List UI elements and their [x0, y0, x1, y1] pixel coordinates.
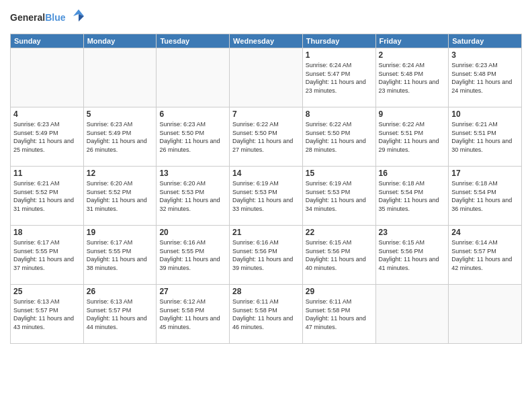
day-info: Sunrise: 6:20 AM Sunset: 5:52 PM Dayligh…	[87, 179, 154, 213]
daylight-label: Daylight: 11 hours and 47 minutes.	[306, 315, 366, 330]
calendar-cell: 22 Sunrise: 6:15 AM Sunset: 5:56 PM Dayl…	[302, 226, 375, 285]
sunrise-label: Sunrise: 6:24 AM	[379, 62, 425, 68]
daylight-label: Daylight: 11 hours and 31 minutes.	[87, 197, 147, 212]
weekday-header-sunday: Sunday	[11, 34, 84, 48]
daylight-label: Daylight: 11 hours and 23 minutes.	[306, 79, 366, 94]
calendar-cell: 15 Sunrise: 6:19 AM Sunset: 5:53 PM Dayl…	[302, 167, 375, 226]
daylight-label: Daylight: 11 hours and 33 minutes.	[232, 197, 293, 212]
sunrise-label: Sunrise: 6:23 AM	[159, 121, 206, 128]
calendar-cell: 21 Sunrise: 6:16 AM Sunset: 5:56 PM Dayl…	[230, 226, 303, 285]
sunrise-label: Sunrise: 6:21 AM	[451, 121, 498, 128]
sunset-label: Sunset: 5:50 PM	[232, 130, 277, 136]
calendar-cell	[157, 48, 230, 107]
sunrise-label: Sunrise: 6:23 AM	[451, 62, 498, 68]
calendar-week-2: 4 Sunrise: 6:23 AM Sunset: 5:49 PM Dayli…	[11, 107, 522, 167]
day-info: Sunrise: 6:23 AM Sunset: 5:49 PM Dayligh…	[13, 120, 81, 154]
calendar-cell: 3 Sunrise: 6:23 AM Sunset: 5:48 PM Dayli…	[449, 48, 522, 107]
day-info: Sunrise: 6:15 AM Sunset: 5:56 PM Dayligh…	[306, 238, 373, 272]
daylight-label: Daylight: 11 hours and 35 minutes.	[379, 197, 439, 212]
daylight-label: Daylight: 11 hours and 37 minutes.	[13, 256, 74, 271]
calendar-cell: 8 Sunrise: 6:22 AM Sunset: 5:50 PM Dayli…	[302, 107, 375, 167]
weekday-header-tuesday: Tuesday	[157, 34, 230, 48]
sunset-label: Sunset: 5:58 PM	[232, 307, 277, 314]
day-number: 9	[379, 109, 446, 119]
day-info: Sunrise: 6:18 AM Sunset: 5:54 PM Dayligh…	[451, 179, 519, 213]
calendar-cell	[375, 285, 449, 344]
day-info: Sunrise: 6:21 AM Sunset: 5:52 PM Dayligh…	[13, 179, 81, 213]
daylight-label: Daylight: 11 hours and 31 minutes.	[13, 197, 74, 212]
day-info: Sunrise: 6:11 AM Sunset: 5:58 PM Dayligh…	[306, 298, 373, 331]
sunset-label: Sunset: 5:57 PM	[13, 307, 58, 314]
day-number: 21	[232, 228, 300, 237]
day-info: Sunrise: 6:18 AM Sunset: 5:54 PM Dayligh…	[379, 179, 446, 213]
daylight-label: Daylight: 11 hours and 45 minutes.	[159, 315, 220, 330]
calendar-cell: 19 Sunrise: 6:17 AM Sunset: 5:55 PM Dayl…	[83, 226, 157, 285]
calendar-cell: 25 Sunrise: 6:13 AM Sunset: 5:57 PM Dayl…	[11, 285, 84, 344]
daylight-label: Daylight: 11 hours and 26 minutes.	[159, 138, 220, 153]
day-info: Sunrise: 6:22 AM Sunset: 5:50 PM Dayligh…	[306, 120, 373, 154]
sunrise-label: Sunrise: 6:22 AM	[232, 121, 279, 128]
sunset-label: Sunset: 5:54 PM	[451, 189, 496, 195]
daylight-label: Daylight: 11 hours and 26 minutes.	[87, 138, 147, 153]
sunset-label: Sunset: 5:53 PM	[232, 189, 277, 195]
calendar-cell	[449, 285, 522, 344]
sunset-label: Sunset: 5:51 PM	[379, 130, 424, 136]
weekday-header-monday: Monday	[83, 34, 157, 48]
sunset-label: Sunset: 5:58 PM	[159, 307, 204, 314]
day-number: 28	[232, 287, 300, 296]
weekday-header-row: SundayMondayTuesdayWednesdayThursdayFrid…	[11, 34, 522, 48]
day-info: Sunrise: 6:11 AM Sunset: 5:58 PM Dayligh…	[232, 298, 300, 331]
sunrise-label: Sunrise: 6:13 AM	[87, 298, 133, 305]
sunrise-label: Sunrise: 6:18 AM	[379, 180, 425, 187]
calendar-cell	[83, 48, 157, 107]
calendar-cell: 2 Sunrise: 6:24 AM Sunset: 5:48 PM Dayli…	[375, 48, 449, 107]
day-number: 12	[87, 169, 154, 178]
calendar-cell: 18 Sunrise: 6:17 AM Sunset: 5:55 PM Dayl…	[11, 226, 84, 285]
day-info: Sunrise: 6:15 AM Sunset: 5:56 PM Dayligh…	[379, 238, 446, 272]
day-info: Sunrise: 6:19 AM Sunset: 5:53 PM Dayligh…	[306, 179, 373, 213]
day-info: Sunrise: 6:22 AM Sunset: 5:50 PM Dayligh…	[232, 120, 300, 154]
calendar-cell: 13 Sunrise: 6:20 AM Sunset: 5:53 PM Dayl…	[157, 167, 230, 226]
daylight-label: Daylight: 11 hours and 36 minutes.	[451, 197, 512, 212]
day-info: Sunrise: 6:16 AM Sunset: 5:55 PM Dayligh…	[159, 238, 226, 272]
day-info: Sunrise: 6:24 AM Sunset: 5:47 PM Dayligh…	[306, 61, 373, 95]
weekday-header-friday: Friday	[375, 34, 449, 48]
day-number: 25	[13, 287, 81, 296]
logo-bird-icon	[69, 7, 88, 30]
calendar-cell: 9 Sunrise: 6:22 AM Sunset: 5:51 PM Dayli…	[375, 107, 449, 167]
day-info: Sunrise: 6:17 AM Sunset: 5:55 PM Dayligh…	[87, 238, 154, 272]
weekday-header-thursday: Thursday	[302, 34, 375, 48]
calendar-cell: 12 Sunrise: 6:20 AM Sunset: 5:52 PM Dayl…	[83, 167, 157, 226]
sunrise-label: Sunrise: 6:11 AM	[306, 298, 352, 305]
sunset-label: Sunset: 5:47 PM	[306, 71, 351, 77]
sunset-label: Sunset: 5:58 PM	[306, 307, 351, 314]
calendar-cell: 20 Sunrise: 6:16 AM Sunset: 5:55 PM Dayl…	[157, 226, 230, 285]
calendar-week-4: 18 Sunrise: 6:17 AM Sunset: 5:55 PM Dayl…	[11, 226, 522, 285]
daylight-label: Daylight: 11 hours and 46 minutes.	[232, 315, 293, 330]
calendar-cell: 23 Sunrise: 6:15 AM Sunset: 5:56 PM Dayl…	[375, 226, 449, 285]
calendar-cell: 7 Sunrise: 6:22 AM Sunset: 5:50 PM Dayli…	[230, 107, 303, 167]
day-number: 14	[232, 169, 300, 178]
daylight-label: Daylight: 11 hours and 43 minutes.	[13, 315, 74, 330]
calendar-cell: 27 Sunrise: 6:12 AM Sunset: 5:58 PM Dayl…	[157, 285, 230, 344]
day-number: 11	[13, 169, 81, 178]
day-info: Sunrise: 6:22 AM Sunset: 5:51 PM Dayligh…	[379, 120, 446, 154]
day-number: 29	[306, 287, 373, 296]
sunset-label: Sunset: 5:53 PM	[306, 189, 351, 195]
day-number: 18	[13, 228, 81, 237]
sunrise-label: Sunrise: 6:18 AM	[451, 180, 498, 187]
sunrise-label: Sunrise: 6:23 AM	[13, 121, 60, 128]
daylight-label: Daylight: 11 hours and 44 minutes.	[87, 315, 147, 330]
sunset-label: Sunset: 5:51 PM	[451, 130, 496, 136]
sunrise-label: Sunrise: 6:23 AM	[87, 121, 133, 128]
sunrise-label: Sunrise: 6:21 AM	[13, 180, 60, 187]
sunset-label: Sunset: 5:50 PM	[159, 130, 204, 136]
daylight-label: Daylight: 11 hours and 23 minutes.	[379, 79, 439, 94]
day-number: 10	[451, 109, 519, 119]
sunset-label: Sunset: 5:48 PM	[451, 71, 496, 77]
calendar-cell: 29 Sunrise: 6:11 AM Sunset: 5:58 PM Dayl…	[302, 285, 375, 344]
daylight-label: Daylight: 11 hours and 38 minutes.	[87, 256, 147, 271]
sunrise-label: Sunrise: 6:20 AM	[87, 180, 133, 187]
sunset-label: Sunset: 5:53 PM	[159, 189, 204, 195]
sunset-label: Sunset: 5:49 PM	[13, 130, 58, 136]
